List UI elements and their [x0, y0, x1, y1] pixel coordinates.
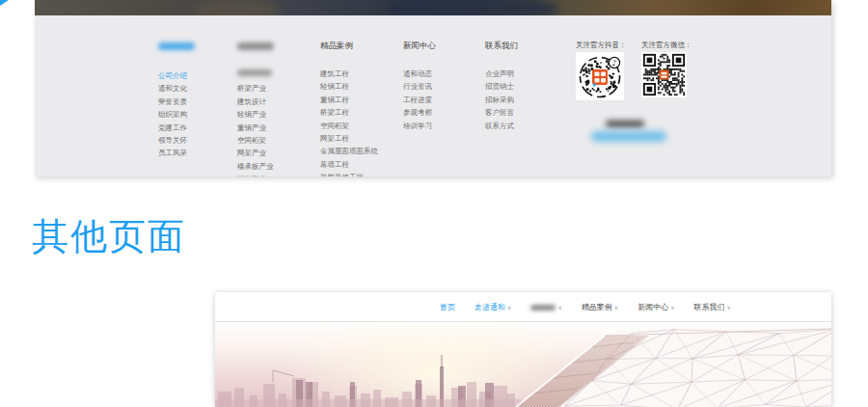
- footer-link[interactable]: 参观考察: [403, 106, 436, 119]
- footer-link[interactable]: 桥梁工程: [320, 106, 378, 119]
- footer-link[interactable]: 通和动态: [403, 68, 436, 80]
- douyin-follow-label: 关注官方抖音：: [576, 41, 627, 49]
- redacted-phone-text: [606, 121, 644, 127]
- chevron-down-icon: ∨: [557, 305, 561, 311]
- photo-shadow-blob: [194, 0, 281, 15]
- footer-link[interactable]: 党建工作: [158, 122, 195, 134]
- footer-column: 精品案例建筑工程轻钢工程重钢工程桥梁工程空间桁架网架工程金属屋面墙面系统幕墙工程…: [320, 41, 378, 176]
- nav-item[interactable]: 走进通和∨: [475, 302, 511, 312]
- wechat-follow-block: 关注官方微信：: [641, 41, 692, 97]
- redacted-column-header: [158, 42, 195, 56]
- footer-link[interactable]: 招贤纳士: [485, 80, 518, 93]
- page: 公司介绍通和文化荣誉资质组织架构党建工作领导关怀员工风采桥梁产业建筑设计轻钢产业…: [0, 0, 868, 407]
- nav-item[interactable]: 联系我们∨: [694, 302, 731, 312]
- douyin-qr-code: ♪: [576, 52, 624, 100]
- section-title: 其他页面: [32, 212, 186, 261]
- footer-link[interactable]: 通和文化: [158, 82, 195, 95]
- footer-link[interactable]: 行业资讯: [403, 80, 436, 93]
- other-page-preview-card: 首页走进通和∨∨精品案例∨新闻中心∨联系我们∨: [215, 292, 831, 407]
- footer-link[interactable]: 空间桁架: [237, 134, 274, 147]
- footer-link[interactable]: 网架产业: [237, 147, 274, 159]
- footer-column: 公司介绍通和文化荣誉资质组织架构党建工作领导关怀员工风采: [158, 41, 195, 160]
- footer-link[interactable]: 员工风采: [158, 147, 195, 159]
- footer-link[interactable]: 销售渠道: [237, 173, 274, 176]
- svg-text:♪: ♪: [611, 59, 616, 68]
- nav-item[interactable]: 首页: [440, 302, 455, 312]
- wechat-qr-code: [641, 52, 687, 97]
- footer-link[interactable]: 网架工程: [320, 132, 378, 145]
- footer-link[interactable]: 公司介绍: [158, 69, 195, 82]
- footer-link[interactable]: 楼承板产业: [237, 160, 274, 173]
- footer-link[interactable]: 建筑设计: [237, 95, 274, 108]
- nav-item-redacted[interactable]: ∨: [530, 305, 561, 311]
- header-photo-strip: [35, 0, 831, 15]
- footer-link[interactable]: 联系方式: [485, 120, 518, 132]
- footer-preview-card: 公司介绍通和文化荣誉资质组织架构党建工作领导关怀员工风采桥梁产业建筑设计轻钢产业…: [35, 0, 831, 176]
- redacted-hotline-bar: [591, 131, 666, 142]
- footer-column: 联系我们企业声明招贤纳士招标采购客户留言联系方式: [485, 41, 518, 132]
- footer-column: 桥梁产业建筑设计轻钢产业重钢产业空间桁架网架产业楼承板产业销售渠道: [237, 41, 274, 176]
- city-skyline-image: [215, 322, 831, 407]
- footer-link[interactable]: 企业声明: [485, 68, 518, 80]
- wechat-follow-label: 关注官方微信：: [641, 41, 692, 49]
- footer-link[interactable]: 招标采购: [485, 94, 518, 106]
- footer-link[interactable]: 荣誉资质: [158, 95, 195, 108]
- footer-link[interactable]: 空间桁架: [320, 120, 378, 132]
- footer-link[interactable]: 金属屋面墙面系统: [320, 145, 378, 157]
- footer-link[interactable]: 装饰装修工程: [320, 171, 378, 176]
- chevron-down-icon: ∨: [670, 305, 674, 311]
- footer-link[interactable]: 工程进度: [403, 94, 436, 106]
- footer-link[interactable]: 轻钢产业: [237, 108, 274, 121]
- footer-column-header[interactable]: 精品案例: [320, 41, 378, 54]
- footer-column: 新闻中心通和动态行业资讯工程进度参观考察培训学习: [403, 41, 436, 132]
- chevron-down-icon: ∨: [614, 305, 618, 311]
- douyin-follow-block: 关注官方抖音： ♪: [576, 41, 627, 100]
- chevron-down-icon: ∨: [507, 305, 511, 311]
- footer-link[interactable]: 组织架构: [158, 108, 195, 121]
- footer-link[interactable]: 桥梁产业: [237, 82, 274, 95]
- footer-link[interactable]: 客户留言: [485, 106, 518, 119]
- nav-item[interactable]: 精品案例∨: [582, 302, 618, 312]
- footer-column-header[interactable]: 联系我们: [485, 41, 518, 54]
- footer-link[interactable]: 幕墙工程: [320, 158, 378, 171]
- chevron-down-icon: ∨: [727, 305, 731, 311]
- redacted-column-header: [237, 42, 274, 56]
- footer-link[interactable]: 领导关怀: [158, 134, 195, 147]
- footer-link[interactable]: 轻钢工程: [320, 80, 378, 93]
- redacted-footer-link: [237, 69, 274, 82]
- corner-blue-artifact: [0, 0, 9, 6]
- footer-link[interactable]: 培训学习: [403, 120, 436, 132]
- photo-figure-silhouette: [385, 0, 558, 15]
- hero-banner: [215, 322, 831, 407]
- footer-column-header[interactable]: 新闻中心: [403, 41, 436, 54]
- nav-item[interactable]: 新闻中心∨: [637, 302, 674, 312]
- nav-item-list: 首页走进通和∨∨精品案例∨新闻中心∨联系我们∨: [440, 292, 731, 322]
- footer-link[interactable]: 重钢工程: [320, 94, 378, 106]
- footer-link[interactable]: 建筑工程: [320, 68, 378, 80]
- footer-link[interactable]: 重钢产业: [237, 122, 274, 134]
- preview-top-nav: 首页走进通和∨∨精品案例∨新闻中心∨联系我们∨: [215, 292, 831, 322]
